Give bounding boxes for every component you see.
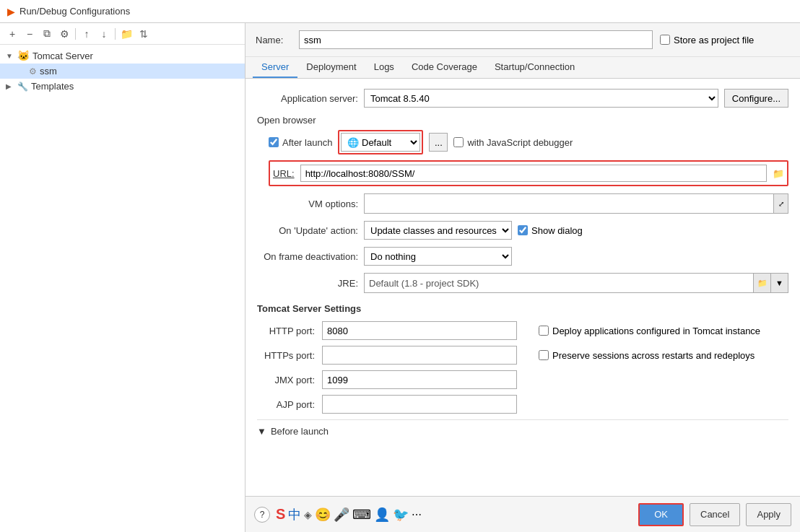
- js-debugger-text: with JavaScript debugger: [467, 137, 573, 148]
- title-bar-text: Run/Debug Configurations: [19, 6, 130, 17]
- preserve-sessions-checkbox[interactable]: [539, 350, 549, 360]
- ajp-port-input[interactable]: [322, 395, 517, 414]
- after-launch-label[interactable]: After launch: [269, 137, 332, 148]
- main-container: + − ⧉ ⚙ ↑ ↓ 📁 ⇅ ▼ 🐱 Tomcat Server ▶ ⚙ ss…: [0, 23, 800, 532]
- ime-icon-more[interactable]: ⋯: [412, 509, 422, 520]
- browser-dots-button[interactable]: ...: [429, 133, 448, 152]
- jmx-port-input[interactable]: [322, 370, 517, 389]
- ime-icon-bird[interactable]: 🐦: [393, 507, 409, 523]
- browser-select[interactable]: 🌐 Default: [341, 133, 420, 152]
- folder-button[interactable]: 📁: [118, 26, 134, 42]
- cancel-button[interactable]: Cancel: [690, 503, 740, 526]
- tab-server[interactable]: Server: [253, 57, 297, 78]
- sort-button[interactable]: ⇅: [136, 26, 152, 42]
- js-debugger-label[interactable]: with JavaScript debugger: [453, 137, 573, 148]
- http-port-label: HTTP port:: [257, 326, 315, 336]
- tree-item-tomcat-server[interactable]: ▼ 🐱 Tomcat Server: [0, 48, 245, 64]
- title-bar-icon: ▶: [7, 6, 15, 17]
- right-panel: Name: Store as project file Server Deplo…: [245, 23, 800, 532]
- jre-dropdown-button[interactable]: ▼: [770, 274, 788, 292]
- tree-label-templates: Templates: [31, 81, 74, 92]
- move-up-button[interactable]: ↑: [79, 26, 95, 42]
- before-launch-section: ▼ Before launch: [257, 419, 788, 437]
- vm-options-input[interactable]: [365, 194, 773, 213]
- app-server-row: Application server: Tomcat 8.5.40 Config…: [257, 89, 788, 108]
- left-toolbar: + − ⧉ ⚙ ↑ ↓ 📁 ⇅: [0, 23, 245, 45]
- tree-label-tomcat: Tomcat Server: [32, 51, 93, 61]
- jre-buttons: 📁 ▼: [753, 274, 788, 292]
- tabs-row: Server Deployment Logs Code Coverage Sta…: [245, 57, 800, 79]
- deploy-label: Deploy applications configured in Tomcat…: [552, 326, 760, 336]
- vm-input-wrapper: ⤢: [364, 193, 788, 214]
- toolbar-separator: [75, 28, 76, 40]
- tab-code-coverage[interactable]: Code Coverage: [403, 57, 486, 78]
- after-launch-text: After launch: [282, 137, 332, 148]
- name-field-label: Name:: [256, 35, 292, 45]
- tree-item-ssm[interactable]: ▶ ⚙ ssm: [0, 64, 245, 79]
- url-input[interactable]: [300, 165, 767, 182]
- bottom-left: ? S 中 ◈ 😊 🎤 ⌨ 👤 🐦 ⋯: [254, 506, 422, 523]
- preserve-sessions-label: Preserve sessions across restarts and re…: [552, 350, 755, 361]
- ime-icon-user[interactable]: 👤: [374, 507, 390, 523]
- jre-input-wrapper: 📁 ▼: [364, 273, 788, 293]
- vm-options-label: VM options:: [257, 199, 358, 209]
- bottom-bar: ? S 中 ◈ 😊 🎤 ⌨ 👤 🐦 ⋯ OK Cancel Apply: [245, 496, 800, 532]
- on-update-select[interactable]: Update classes and resources Do nothing …: [364, 221, 512, 240]
- open-browser-header: Open browser: [257, 115, 788, 126]
- vm-options-row: VM options: ⤢: [257, 193, 788, 214]
- tab-startup-connection[interactable]: Startup/Connection: [486, 57, 583, 78]
- show-dialog-checkbox[interactable]: [518, 225, 528, 235]
- jmx-port-label: JMX port:: [257, 375, 315, 385]
- ok-button[interactable]: OK: [638, 503, 684, 526]
- http-port-input[interactable]: [322, 321, 517, 340]
- app-server-select[interactable]: Tomcat 8.5.40: [364, 89, 718, 108]
- before-launch-arrow: ▼: [257, 426, 266, 437]
- ime-icon-keyboard[interactable]: ⌨: [352, 507, 371, 523]
- store-project-file-checkbox[interactable]: [660, 35, 670, 45]
- jre-input[interactable]: [365, 274, 753, 292]
- url-folder-icon[interactable]: 📁: [773, 168, 784, 179]
- toolbar-separator-2: [115, 28, 116, 40]
- copy-button[interactable]: ⧉: [39, 26, 55, 42]
- js-debugger-checkbox[interactable]: [453, 137, 464, 147]
- tab-logs[interactable]: Logs: [365, 57, 403, 78]
- move-down-button[interactable]: ↓: [96, 26, 112, 42]
- ime-icon-emoji[interactable]: 😊: [315, 507, 331, 523]
- vm-expand-button[interactable]: ⤢: [773, 194, 788, 213]
- jre-row: JRE: 📁 ▼: [257, 273, 788, 293]
- settings-button[interactable]: ⚙: [56, 26, 72, 42]
- show-dialog-row: Show dialog: [518, 225, 583, 236]
- ime-icon-zh[interactable]: 中: [288, 506, 301, 523]
- ime-icon-dots[interactable]: ◈: [304, 509, 312, 520]
- on-update-action-row: On 'Update' action: Update classes and r…: [257, 221, 788, 240]
- name-input[interactable]: [299, 30, 653, 49]
- deploy-checkbox-col: Deploy applications configured in Tomcat…: [539, 326, 760, 336]
- ime-icon-s[interactable]: S: [276, 506, 285, 523]
- tab-deployment[interactable]: Deployment: [297, 57, 365, 78]
- jre-label: JRE:: [257, 278, 358, 289]
- app-server-label: Application server:: [257, 93, 358, 104]
- before-launch-header[interactable]: ▼ Before launch: [257, 426, 788, 437]
- before-launch-label: Before launch: [271, 426, 329, 437]
- deploy-checkbox[interactable]: [539, 326, 549, 336]
- https-port-input[interactable]: [322, 346, 517, 365]
- remove-button[interactable]: −: [22, 26, 38, 42]
- on-update-label: On 'Update' action:: [257, 225, 358, 236]
- on-frame-select[interactable]: Do nothing Update classes and resources …: [364, 247, 512, 266]
- configure-button[interactable]: Configure...: [724, 89, 788, 108]
- tree-label-ssm: ssm: [40, 66, 57, 77]
- help-button[interactable]: ?: [254, 507, 270, 523]
- name-row: Name: Store as project file: [245, 23, 800, 57]
- https-port-row: HTTPs port: Preserve sessions across res…: [257, 346, 788, 365]
- tree-item-templates[interactable]: ▶ 🔧 Templates: [0, 79, 245, 94]
- apply-button[interactable]: Apply: [746, 503, 791, 526]
- add-button[interactable]: +: [4, 26, 20, 42]
- bottom-right: OK Cancel Apply: [638, 503, 791, 526]
- ime-icons: S 中 ◈ 😊 🎤 ⌨ 👤 🐦 ⋯: [276, 506, 422, 523]
- ime-icon-mic[interactable]: 🎤: [334, 507, 349, 523]
- jre-folder-button[interactable]: 📁: [753, 274, 770, 292]
- tree-area: ▼ 🐱 Tomcat Server ▶ ⚙ ssm ▶ 🔧 Templates: [0, 45, 245, 532]
- on-frame-deactivation-row: On frame deactivation: Do nothing Update…: [257, 247, 788, 266]
- expand-arrow-tomcat: ▼: [6, 52, 14, 60]
- after-launch-checkbox[interactable]: [269, 137, 279, 147]
